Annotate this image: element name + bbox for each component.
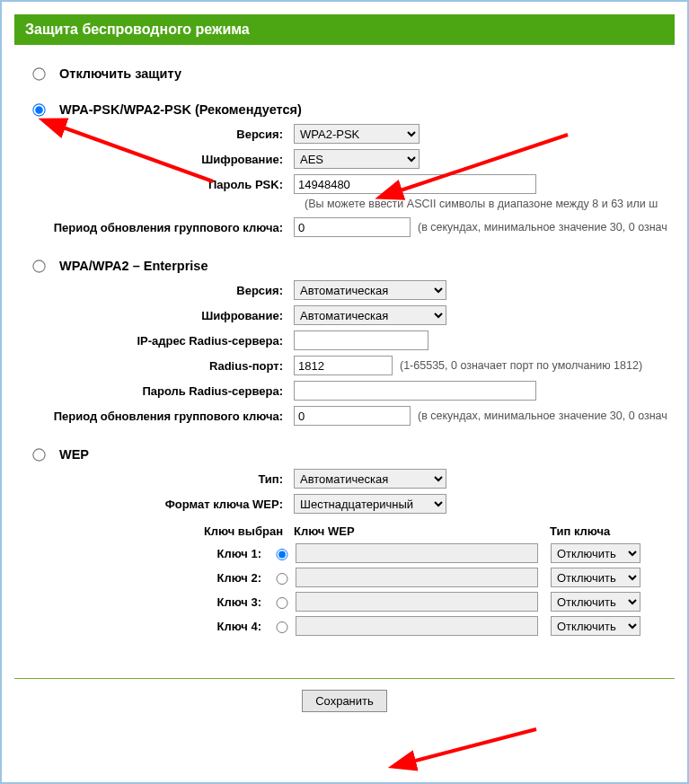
label-wep: WEP <box>59 447 89 462</box>
wep-key1-input[interactable] <box>296 543 538 563</box>
psk-password-hint: (Вы можете ввести ASCII символы в диапаз… <box>305 198 675 210</box>
wep-key2-label: Ключ 2: <box>33 571 267 585</box>
wep-col-type: Тип ключа <box>550 524 649 538</box>
psk-encryption-select[interactable]: AES <box>294 149 420 169</box>
wep-col-selected: Ключ выбран <box>33 524 294 538</box>
wep-key4-input[interactable] <box>296 616 538 636</box>
ent-radius-ip-label: IP-адрес Radius-сервера: <box>33 334 294 348</box>
ent-groupkey-label: Период обновления группового ключа: <box>33 410 294 423</box>
wep-key1-label: Ключ 1: <box>33 547 267 560</box>
psk-groupkey-hint: (в секундах, минимальное значение 30, 0 … <box>418 221 667 233</box>
wep-col-key: Ключ WEP <box>294 524 550 538</box>
ent-version-select[interactable]: Автоматическая <box>294 280 446 300</box>
wep-key1-radio[interactable] <box>271 549 293 560</box>
wep-key3-label: Ключ 3: <box>33 595 267 609</box>
radio-wpa-psk[interactable] <box>32 103 45 116</box>
ent-radius-port-label: Radius-порт: <box>33 359 294 373</box>
wep-format-select[interactable]: Шестнадцатеричный <box>294 494 446 514</box>
radio-wpa-enterprise[interactable] <box>32 260 45 272</box>
ent-encryption-label: Шифрование: <box>33 309 294 322</box>
psk-groupkey-input[interactable] <box>294 217 411 237</box>
psk-encryption-label: Шифрование: <box>33 153 294 166</box>
ent-radius-pass-input[interactable] <box>294 381 536 401</box>
wep-type-select[interactable]: Автоматическая <box>294 469 446 489</box>
annotation-arrow-3 <box>402 725 545 777</box>
psk-version-select[interactable]: WPA2-PSK <box>294 124 420 144</box>
label-disable-security: Отключить защиту <box>59 66 181 81</box>
ent-encryption-select[interactable]: Автоматическая <box>294 305 446 325</box>
ent-groupkey-hint: (в секундах, минимальное значение 30, 0 … <box>418 410 667 422</box>
ent-groupkey-input[interactable] <box>294 406 411 426</box>
ent-radius-ip-input[interactable] <box>294 330 428 350</box>
psk-version-label: Версия: <box>33 128 294 141</box>
wep-key4-label: Ключ 4: <box>33 620 267 633</box>
ent-radius-port-hint: (1-65535, 0 означает порт по умолчанию 1… <box>400 359 642 372</box>
ent-radius-port-input[interactable] <box>294 356 393 375</box>
wep-key3-type-select[interactable]: Отключить <box>551 592 640 612</box>
separator <box>14 678 675 679</box>
psk-password-label: Пароль PSK: <box>33 178 294 191</box>
label-wpa-psk: WPA-PSK/WPA2-PSK (Рекомендуется) <box>59 102 302 117</box>
psk-password-input[interactable] <box>294 174 536 194</box>
label-wpa-enterprise: WPA/WPA2 – Enterprise <box>59 259 208 273</box>
ent-radius-pass-label: Пароль Radius-сервера: <box>33 384 294 398</box>
wep-key3-input[interactable] <box>296 592 538 612</box>
wep-type-label: Тип: <box>33 472 294 486</box>
radio-wep[interactable] <box>32 448 45 461</box>
wep-key2-type-select[interactable]: Отключить <box>551 568 640 587</box>
wep-key2-input[interactable] <box>296 568 538 587</box>
wep-format-label: Формат ключа WEP: <box>33 498 294 511</box>
wep-key3-radio[interactable] <box>271 597 293 609</box>
ent-version-label: Версия: <box>33 284 294 297</box>
wep-key4-radio[interactable] <box>271 621 293 633</box>
save-button[interactable]: Сохранить <box>302 690 387 712</box>
page-title: Защита беспроводного режима <box>14 14 675 45</box>
psk-groupkey-label: Период обновления группового ключа: <box>33 221 294 234</box>
wep-key4-type-select[interactable]: Отключить <box>551 616 640 636</box>
wep-key1-type-select[interactable]: Отключить <box>551 543 640 563</box>
radio-disable-security[interactable] <box>32 67 45 80</box>
wep-key2-radio[interactable] <box>271 573 293 585</box>
svg-line-2 <box>409 729 536 762</box>
